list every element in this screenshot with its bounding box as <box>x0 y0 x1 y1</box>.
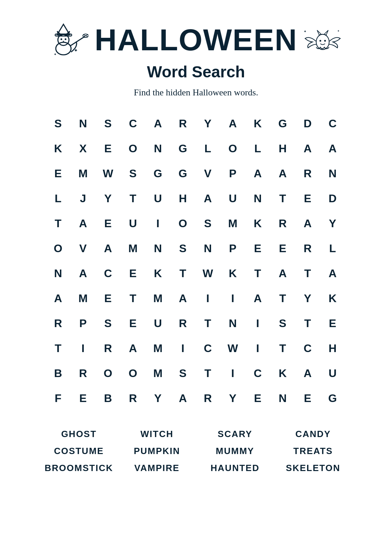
grid-cell: I <box>221 361 245 385</box>
grid-cell: R <box>46 311 70 335</box>
grid-cell: L <box>321 237 345 260</box>
grid-cell: T <box>46 212 70 235</box>
grid-cell: C <box>246 361 270 385</box>
grid-cell: A <box>296 361 320 385</box>
grid-cell: H <box>321 336 345 360</box>
grid-cell: M <box>71 162 95 185</box>
svg-text:✦: ✦ <box>54 52 56 56</box>
grid-cell: H <box>171 187 195 210</box>
grid-cell: I <box>71 336 95 360</box>
grid-cell: Y <box>321 212 345 235</box>
grid-cell: A <box>96 237 120 260</box>
grid-cell: N <box>246 187 270 210</box>
word-item: GHOST <box>42 429 116 439</box>
instruction: Find the hidden Halloween words. <box>134 87 258 98</box>
grid-cell: C <box>321 112 345 135</box>
grid-cell: N <box>146 237 170 260</box>
grid-cell: O <box>221 137 245 160</box>
grid-cell: T <box>271 287 295 310</box>
grid-cell: G <box>171 137 195 160</box>
grid-cell: O <box>46 237 70 260</box>
grid-cell: A <box>296 212 320 235</box>
word-item: MUMMY <box>198 446 272 456</box>
word-item: HAUNTED <box>198 463 272 473</box>
grid-cell: U <box>221 187 245 210</box>
grid-cell: B <box>96 386 120 410</box>
grid-cell: E <box>121 311 145 335</box>
grid-cell: R <box>96 336 120 360</box>
svg-point-15 <box>316 34 329 50</box>
grid-cell: A <box>71 212 95 235</box>
grid-cell: I <box>246 311 270 335</box>
grid-cell: S <box>171 237 195 260</box>
svg-point-5 <box>64 39 66 40</box>
subtitle: Word Search <box>147 62 245 81</box>
grid-cell: U <box>321 361 345 385</box>
grid-cell: W <box>196 262 220 285</box>
word-item: BROOMSTICK <box>42 463 116 473</box>
grid-cell: E <box>71 386 95 410</box>
grid-cell: O <box>96 361 120 385</box>
grid-cell: O <box>121 361 145 385</box>
grid-cell: T <box>171 262 195 285</box>
grid-cell: E <box>46 162 70 185</box>
grid-cell: S <box>121 162 145 185</box>
grid-cell: I <box>196 287 220 310</box>
grid-cell: P <box>71 311 95 335</box>
page: ✦ ✦ HALLOWEEN <box>0 0 392 555</box>
grid-cell: G <box>321 386 345 410</box>
grid-cell: Y <box>96 187 120 210</box>
grid-cell: G <box>271 112 295 135</box>
word-item: WITCH <box>120 429 194 439</box>
grid-cell: C <box>296 336 320 360</box>
svg-point-17 <box>324 40 326 42</box>
grid-cell: S <box>171 361 195 385</box>
grid-cell: A <box>121 336 145 360</box>
grid-cell: K <box>271 361 295 385</box>
grid-cell: C <box>196 336 220 360</box>
grid-cell: R <box>296 162 320 185</box>
grid-cell: A <box>146 112 170 135</box>
grid-cell: K <box>46 137 70 160</box>
grid-cell: R <box>121 386 145 410</box>
grid-cell: D <box>296 112 320 135</box>
grid-cell: K <box>246 212 270 235</box>
word-list: GHOSTWITCHSCARYCANDYCOSTUMEPUMPKINMUMMYT… <box>28 429 364 473</box>
grid-cell: G <box>146 162 170 185</box>
grid-cell: A <box>321 137 345 160</box>
grid-cell: W <box>221 336 245 360</box>
grid-cell: A <box>246 287 270 310</box>
grid-cell: S <box>271 311 295 335</box>
grid-cell: A <box>296 137 320 160</box>
grid-cell: T <box>296 311 320 335</box>
grid-cell: A <box>171 287 195 310</box>
grid-cell: N <box>71 112 95 135</box>
word-item: SCARY <box>198 429 272 439</box>
grid-cell: T <box>121 187 145 210</box>
word-item: SKELETON <box>276 463 350 473</box>
grid-cell: E <box>246 237 270 260</box>
grid-cell: S <box>96 112 120 135</box>
grid-cell: A <box>46 287 70 310</box>
grid-cell: M <box>71 287 95 310</box>
grid-cell: E <box>96 287 120 310</box>
grid-cell: L <box>196 137 220 160</box>
grid-cell: P <box>221 237 245 260</box>
grid-cell: T <box>271 187 295 210</box>
svg-point-4 <box>60 39 62 40</box>
grid-cell: X <box>71 137 95 160</box>
grid-cell: Y <box>196 112 220 135</box>
grid-cell: M <box>121 237 145 260</box>
grid-cell: W <box>96 162 120 185</box>
grid-cell: M <box>146 361 170 385</box>
grid-cell: O <box>171 212 195 235</box>
grid-cell: E <box>96 137 120 160</box>
grid-cell: C <box>121 112 145 135</box>
grid-cell: P <box>221 162 245 185</box>
grid-cell: V <box>196 162 220 185</box>
grid-cell: K <box>321 287 345 310</box>
word-item: COSTUME <box>42 446 116 456</box>
svg-marker-18 <box>317 30 321 35</box>
grid-cell: R <box>271 212 295 235</box>
grid-cell: Y <box>221 386 245 410</box>
